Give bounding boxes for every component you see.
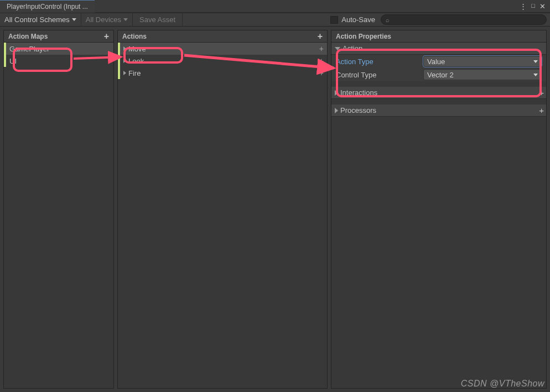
action-maps-title: Action Maps: [8, 33, 48, 40]
chevron-right-icon: [335, 90, 338, 96]
svg-line-1: [184, 55, 334, 68]
stripe-icon: [118, 43, 120, 55]
action-type-value: Value: [427, 58, 445, 66]
section-interactions-header[interactable]: Interactions +: [331, 87, 546, 99]
action-label: Move: [128, 45, 146, 53]
action-type-dropdown[interactable]: Value: [423, 56, 542, 67]
actions-title: Actions: [122, 33, 147, 40]
save-asset-button[interactable]: Save Asset: [133, 13, 183, 26]
checkbox-icon[interactable]: [330, 16, 338, 24]
auto-save-label: Auto-Save: [341, 15, 375, 24]
chevron-down-icon: [123, 18, 128, 21]
window-tab[interactable]: PlayerInputControl (Input ...: [0, 0, 95, 13]
main: Action Maps + GamePlayer UI Actions +: [0, 27, 550, 392]
stripe-icon: [118, 67, 120, 79]
stripe-icon: [4, 43, 6, 55]
section-processors: Processors +: [331, 104, 546, 117]
devices-dropdown[interactable]: All Devices: [81, 13, 133, 26]
section-action-header[interactable]: Action: [331, 43, 546, 55]
action-maps-header: Action Maps +: [4, 30, 113, 43]
expand-icon[interactable]: [123, 46, 126, 51]
close-icon[interactable]: ✕: [539, 2, 546, 11]
titlebar: PlayerInputControl (Input ... ⋮ □ ✕: [0, 0, 550, 13]
devices-label: All Devices: [86, 15, 121, 24]
control-schemes-dropdown[interactable]: All Control Schemes: [0, 13, 81, 26]
chevron-down-icon: [335, 47, 340, 50]
chevron-down-icon: [72, 18, 76, 21]
action-item-move[interactable]: Move +: [118, 43, 327, 55]
column-action-properties: Action Properties Action Action Type Val…: [331, 30, 547, 389]
add-action-map-button[interactable]: +: [104, 32, 109, 41]
control-type-value: Vector 2: [427, 71, 454, 79]
add-interaction-button[interactable]: +: [539, 88, 544, 97]
section-processors-label: Processors: [340, 106, 376, 114]
search-input[interactable]: ⌕: [381, 14, 547, 25]
maximize-icon[interactable]: □: [531, 2, 535, 11]
action-label: Look: [128, 57, 144, 65]
section-processors-header[interactable]: Processors +: [331, 104, 546, 117]
action-map-item-gameplayer[interactable]: GamePlayer: [4, 43, 113, 55]
annotation-arrow: [72, 55, 128, 68]
action-map-label: GamePlayer: [9, 45, 49, 53]
annotation-arrow: [183, 54, 344, 77]
prop-control-type: Control Type Vector 2: [331, 68, 546, 81]
toolbar: All Control Schemes All Devices Save Ass…: [0, 13, 550, 27]
auto-save-toggle[interactable]: Auto-Save: [325, 13, 381, 26]
section-interactions-label: Interactions: [340, 88, 377, 97]
control-schemes-label: All Control Schemes: [4, 15, 70, 24]
actions-header: Actions +: [118, 30, 327, 43]
action-properties-header: Action Properties: [331, 30, 546, 43]
expand-icon[interactable]: [123, 71, 126, 75]
chevron-down-icon: [533, 74, 538, 76]
action-type-label[interactable]: Action Type: [336, 58, 419, 66]
watermark: CSDN @VTheShow: [461, 379, 544, 389]
section-action: Action Action Type Value Control Type Ve…: [331, 43, 546, 81]
chevron-down-icon: [533, 60, 538, 63]
control-type-label: Control Type: [336, 71, 419, 79]
chevron-right-icon: [335, 108, 338, 113]
prop-action-type: Action Type Value: [331, 55, 546, 68]
search-icon: ⌕: [386, 17, 390, 23]
add-binding-button[interactable]: +: [319, 44, 324, 53]
add-processor-button[interactable]: +: [539, 106, 544, 115]
column-actions: Actions + Move + Look +: [117, 30, 328, 389]
stripe-icon: [4, 55, 6, 67]
action-map-label: UI: [9, 57, 17, 65]
menu-icon[interactable]: ⋮: [520, 2, 527, 11]
svg-line-0: [74, 57, 121, 59]
section-interactions: Interactions +: [331, 87, 546, 99]
add-action-button[interactable]: +: [318, 32, 323, 41]
action-properties-title: Action Properties: [336, 33, 391, 40]
control-type-dropdown[interactable]: Vector 2: [423, 69, 542, 80]
action-label: Fire: [128, 69, 141, 77]
section-action-label: Action: [343, 44, 362, 53]
column-action-maps: Action Maps + GamePlayer UI: [3, 30, 114, 389]
